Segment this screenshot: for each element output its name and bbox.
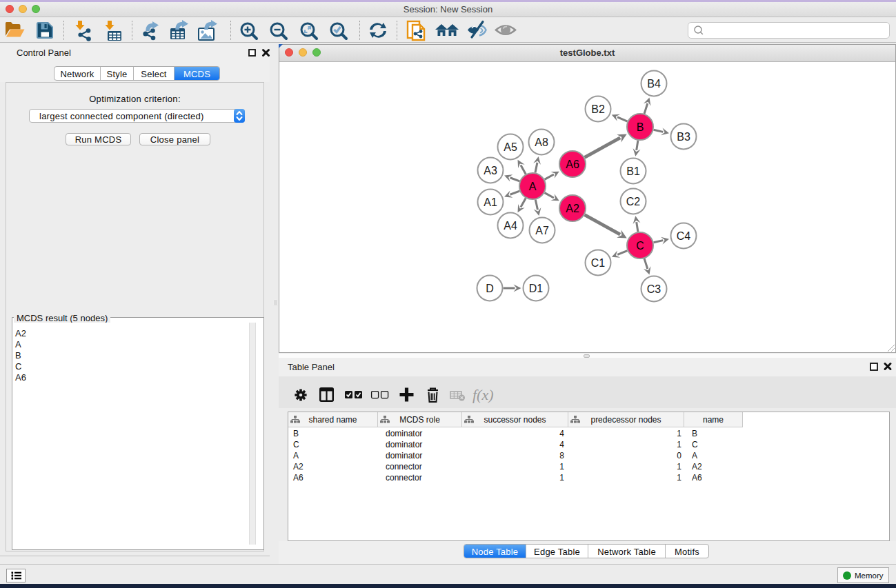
svg-text:C2: C2: [626, 196, 641, 207]
svg-text:A8: A8: [535, 136, 548, 148]
svg-text:B4: B4: [647, 78, 661, 90]
svg-text:A: A: [529, 181, 537, 192]
svg-text:f(x): f(x): [472, 386, 494, 403]
svg-text:A3: A3: [484, 165, 497, 176]
svg-text:B2: B2: [591, 103, 605, 115]
svg-text:C3: C3: [647, 283, 661, 295]
svg-text:A6: A6: [566, 159, 579, 170]
svg-text:D1: D1: [529, 283, 544, 294]
svg-text:A4: A4: [504, 220, 517, 232]
svg-text:C: C: [636, 240, 644, 252]
svg-text:B: B: [637, 121, 644, 133]
svg-text:A7: A7: [535, 225, 549, 236]
svg-text:A5: A5: [504, 141, 517, 153]
svg-text:B3: B3: [677, 131, 690, 143]
svg-text:A2: A2: [566, 203, 579, 214]
svg-text:C1: C1: [591, 257, 606, 269]
svg-text:C4: C4: [677, 230, 691, 242]
svg-text:A1: A1: [484, 196, 497, 208]
svg-text:B1: B1: [626, 165, 640, 177]
svg-text:D: D: [486, 283, 494, 294]
